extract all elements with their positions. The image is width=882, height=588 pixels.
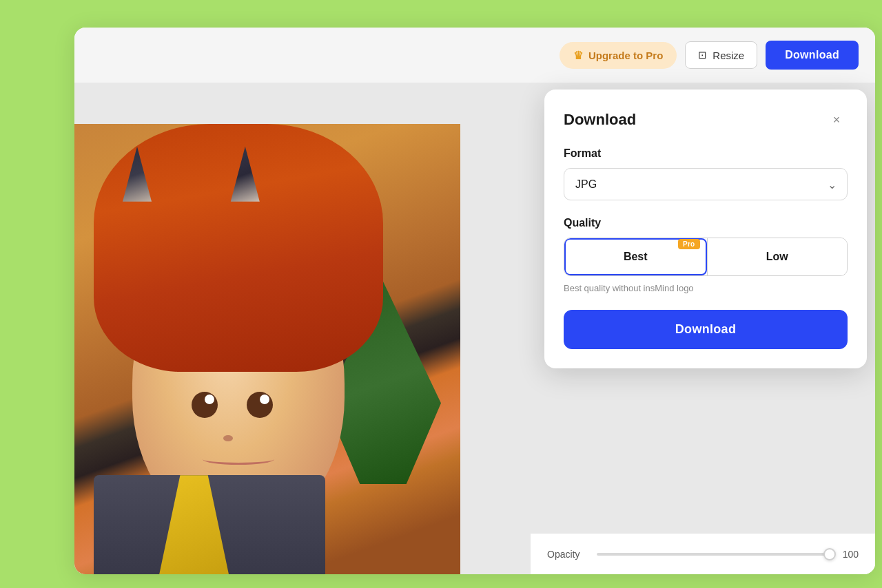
content-area: Download × Format JPG PNG WEBP ⌄ xyxy=(74,83,875,574)
panel-title: Download xyxy=(564,111,636,129)
resize-label: Resize xyxy=(712,50,744,61)
crown-icon: ♛ xyxy=(573,49,583,62)
quality-label: Quality xyxy=(564,217,848,229)
format-select-wrapper: JPG PNG WEBP ⌄ xyxy=(564,168,848,200)
opacity-value: 100 xyxy=(838,549,859,560)
pro-badge: Pro xyxy=(678,239,700,249)
quality-options: Best Pro Low xyxy=(564,238,848,276)
eye-right xyxy=(247,392,273,418)
panel-header: Download × xyxy=(564,109,848,131)
download-panel: Download × Format JPG PNG WEBP ⌄ xyxy=(544,90,867,368)
resize-icon: ⊡ xyxy=(698,49,707,61)
character-mouth xyxy=(203,454,275,465)
opacity-bar: Opacity 100 xyxy=(531,533,875,574)
image-preview xyxy=(74,124,460,574)
quality-best-button[interactable]: Best Pro xyxy=(564,238,707,275)
download-main-button[interactable]: Download xyxy=(766,41,859,70)
format-select[interactable]: JPG PNG WEBP xyxy=(564,168,848,200)
download-panel-button[interactable]: Download xyxy=(564,310,848,349)
upgrade-to-pro-button[interactable]: ♛ Upgrade to Pro xyxy=(560,42,677,69)
quality-low-label: Low xyxy=(766,251,788,262)
close-icon: × xyxy=(833,113,841,127)
format-section: Format JPG PNG WEBP ⌄ xyxy=(564,147,848,200)
opacity-label: Opacity xyxy=(547,549,588,560)
resize-button[interactable]: ⊡ Resize xyxy=(685,41,757,69)
eye-left xyxy=(192,392,218,418)
upgrade-label: Upgrade to Pro xyxy=(588,50,663,61)
download-panel-label: Download xyxy=(675,322,736,336)
character-nose xyxy=(223,435,233,441)
opacity-slider-thumb[interactable] xyxy=(823,548,836,560)
quality-low-button[interactable]: Low xyxy=(707,238,848,275)
toolbar: ♛ Upgrade to Pro ⊡ Resize Download xyxy=(74,28,875,83)
anime-illustration xyxy=(74,124,460,574)
download-main-label: Download xyxy=(785,49,839,61)
quality-hint: Best quality without insMind logo xyxy=(564,283,848,293)
close-button[interactable]: × xyxy=(825,109,848,131)
opacity-slider-track xyxy=(597,553,830,556)
quality-best-label: Best xyxy=(624,251,648,262)
quality-section: Quality Best Pro Low Best quality withou… xyxy=(564,217,848,293)
format-label: Format xyxy=(564,147,848,160)
